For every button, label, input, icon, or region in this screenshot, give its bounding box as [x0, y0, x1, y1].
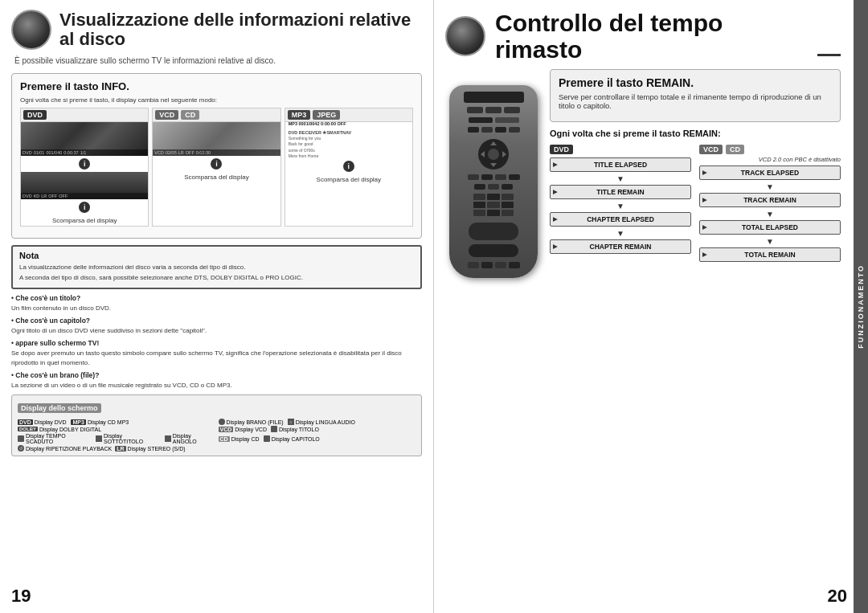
page-number-right: 20 [828, 586, 847, 607]
mp3-jpeg-header: MP3 JPEG [285, 108, 412, 122]
dvd-img-bottom: DVDKDLROFFOFF [21, 172, 148, 199]
dvd-flow-col: DVD TITLE ELAPSED ▼ TITLE REMAIN ▼ CHAPT… [550, 145, 691, 264]
format-col-mp3: MP3 JPEG MP3 0001/0042 0:00:00 OFF DVD R… [285, 108, 413, 227]
nota-text-1: La visualizzazione delle informazioni de… [19, 263, 414, 272]
nota-title: Nota [19, 251, 414, 260]
section-info-box: Premere il tasto INFO. Ogni volta che si… [11, 73, 422, 239]
scomparsa-dvd: Scomparsa del display [21, 215, 148, 226]
display-item-cd: CD Display CD Display CAPITOLO [219, 433, 416, 444]
vcd-flow-header: VCD CD [699, 145, 841, 154]
vcd-flow-badge: VCD [699, 145, 723, 154]
section-remain-title: Premere il tasto REMAIN. [559, 76, 832, 89]
vcd-flow-arrow-1: ▼ [699, 183, 841, 191]
flow-track-elapsed: TRACK ELAPSED [699, 166, 841, 180]
remain-question: Ogni volta che si preme il tasto REMAIN: [550, 129, 841, 138]
badge-dvd: DVD [23, 110, 47, 120]
display-item-vcd: VCD Display VCD Display TITOLO [219, 426, 416, 432]
header-left: Visualizzazione delle informazioni relat… [11, 10, 422, 50]
dvd-flow-header: DVD [550, 145, 691, 154]
section-remain-box: Premere il tasto REMAIN. Serve per contr… [550, 69, 841, 122]
format-columns: DVD DVD01/01001/0400:00:371/1 i DVDKDLRO… [20, 108, 413, 227]
display-item-tempo: Display TEMPO SCADUTO Display SOTTOTITOL… [18, 433, 215, 444]
section-info-bullet: Ogni volta che si preme il tasto, il dis… [20, 96, 413, 104]
main-layout-right: Premere il tasto REMAIN. Serve per contr… [445, 69, 841, 278]
page-right-title: Controllo del tempo rimasto [495, 10, 811, 63]
page-number-left: 19 [11, 586, 31, 607]
display-item-audio: Display BRANO (FILE) ♫ Display LINGUA AU… [219, 419, 416, 425]
mp3-img: MP3 0001/0042 0:00:00 OFF DVD RECEIVER ★… [285, 122, 412, 158]
scomparsa-mp3: Scomparsa del display [285, 174, 412, 185]
flow-title-remain: TITLE REMAIN [550, 185, 691, 199]
dvd-img-top: DVD01/01001/0400:00:371/1 [21, 122, 148, 156]
format-col-vcd: VCD CD VCD02/05LROFF0:02:30 i Scomparsa … [152, 108, 280, 227]
nota-box: Nota La visualizzazione delle informazio… [11, 245, 422, 289]
dpad [478, 139, 509, 170]
vcd-img: VCD02/05LROFF0:02:30 [153, 122, 280, 156]
info-icon-dvd-1: i [79, 158, 90, 170]
page-left: Visualizzazione delle informazioni relat… [0, 0, 434, 613]
bullet-section: • Che cos'è un titolo? Un film contenuto… [11, 294, 422, 390]
page-left-title: Visualizzazione delle informazioni relat… [59, 10, 422, 49]
vcd-flow-col: VCD CD VCD 2.0 con PBC è disattivato TRA… [699, 145, 841, 264]
flow-total-elapsed: TOTAL ELAPSED [699, 220, 841, 235]
vcd-cd-header: VCD CD [153, 108, 280, 122]
dvd-flow-items: TITLE ELAPSED ▼ TITLE REMAIN ▼ CHAPTER E… [550, 157, 691, 256]
cd-flow-badge: CD [726, 145, 744, 154]
vcd-flow-arrow-2: ▼ [699, 210, 841, 219]
remain-content: Premere il tasto REMAIN. Serve per contr… [550, 69, 841, 278]
display-item-dvd: DVD Display DVD MP3 Display CD MP3 [18, 419, 215, 425]
bullet-titolo: • Che cos'è un titolo? Un film contenuto… [11, 294, 422, 313]
bullet-appare: • appare sullo schermo TV! Se dopo aver … [11, 339, 422, 368]
vcd-note: VCD 2.0 con PBC è disattivato [699, 156, 841, 163]
funzionamento-sidebar: FUNZIONAMENTO [854, 0, 868, 613]
badge-mp3: MP3 [288, 110, 311, 120]
dvd-vcd-row: DVD TITLE ELAPSED ▼ TITLE REMAIN ▼ CHAPT… [550, 145, 841, 264]
dvd-flow-badge: DVD [550, 145, 573, 154]
flow-total-remain: TOTAL REMAIN [699, 247, 841, 262]
display-schermo-box: Display dello schermo DVD Display DVD MP… [11, 394, 422, 456]
flow-track-remain: TRACK REMAIN [699, 193, 841, 207]
flow-title-elapsed: TITLE ELAPSED [550, 157, 691, 172]
flow-arrow-1: ▼ [550, 175, 691, 183]
right-content: Controllo del tempo rimasto [445, 10, 857, 278]
bullet-brano: • Che cos'è un brano (file)? La sezione … [11, 371, 422, 390]
remote-area [445, 69, 542, 278]
header-right: Controllo del tempo rimasto [445, 10, 841, 63]
display-item-dolby: DOLBY Display DOLBY DIGITAL [18, 426, 215, 432]
section-info-title: Premere il tasto INFO. [20, 80, 413, 92]
disc-icon-left [11, 10, 51, 50]
display-schermo-title: Display dello schermo [18, 403, 101, 413]
dvd-header: DVD [21, 108, 148, 122]
format-col-dvd: DVD DVD01/01001/0400:00:371/1 i DVDKDLRO… [20, 108, 149, 227]
remote-control [449, 85, 538, 278]
funzionamento-text: FUNZIONAMENTO [857, 264, 865, 349]
flow-chapter-elapsed: CHAPTER ELAPSED [550, 212, 691, 227]
info-icon-mp3: i [343, 161, 354, 172]
display-item-repeat: ↺ Display RIPETIZIONE PLAYBACK LR Displa… [18, 445, 215, 452]
badge-vcd: VCD [155, 110, 178, 120]
vcd-flow-items: TRACK ELAPSED ▼ TRACK REMAIN ▼ TOTAL ELA… [699, 166, 841, 264]
info-icon-vcd: i [211, 158, 222, 170]
scomparsa-vcd: Scomparsa del display [153, 172, 280, 182]
bullet-capitolo: • Che cos'è un capitolo? Ogni titolo di … [11, 317, 422, 336]
info-icon-dvd-2: i [79, 202, 90, 213]
display-grid: DVD Display DVD MP3 Display CD MP3 Displ… [18, 419, 416, 452]
flow-arrow-2: ▼ [550, 202, 691, 210]
flow-chapter-remain: CHAPTER REMAIN [550, 239, 691, 254]
vcd-flow-arrow-3: ▼ [699, 238, 841, 246]
disc-icon-right [445, 16, 485, 56]
badge-cd: CD [181, 110, 199, 120]
page-right: Controllo del tempo rimasto [434, 0, 868, 613]
nota-text-2: A seconda del tipo di disco, sarà possib… [19, 273, 414, 282]
badge-jpeg: JPEG [313, 110, 340, 120]
header-subtitle: È possibile visualizzare sullo schermo T… [11, 56, 422, 65]
section-remain-subtitle: Serve per controllare il tempo totale e … [559, 92, 832, 110]
flow-arrow-3: ▼ [550, 230, 691, 238]
